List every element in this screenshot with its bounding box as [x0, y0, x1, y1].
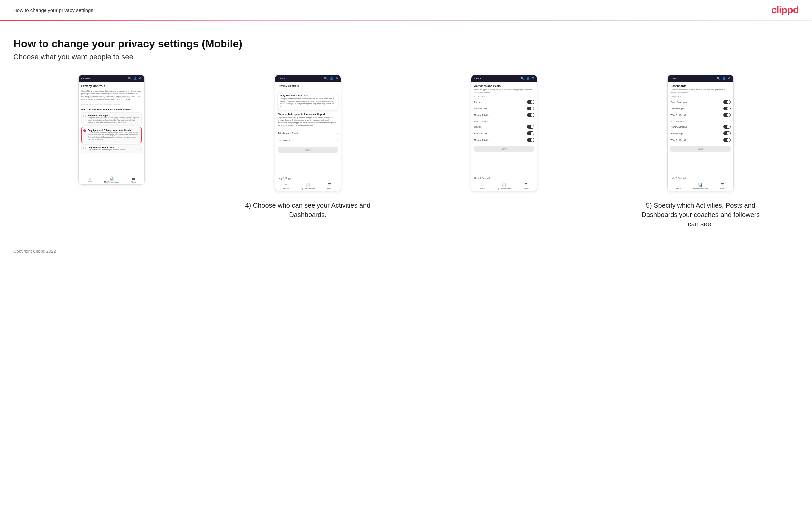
phone-4-bottomnav: ⌂ Home 📊 My Performance ☰ Menu — [667, 181, 733, 191]
phone-2-nav-performance[interactable]: 📊 My Performance — [297, 183, 319, 190]
chart-icon-4: 📊 — [698, 183, 703, 187]
toggle-coaches-practice: Practice Drills — [474, 105, 535, 112]
profile-icon-3[interactable]: 👤 — [526, 77, 530, 80]
phone-4-dash-title: Dashboards — [670, 84, 731, 88]
phone-1-nav-home[interactable]: ⌂ Home — [79, 176, 101, 183]
search-icon-2[interactable]: 🔍 — [324, 77, 328, 80]
settings-icon-3[interactable]: ⚙ — [532, 77, 535, 80]
who-can-see-title: Who Can See Your Activities and Dashboar… — [81, 109, 142, 111]
profile-icon[interactable]: 👤 — [134, 77, 137, 80]
phone-3-body: Activities and Posts Select the types of… — [471, 81, 537, 174]
home-icon-4: ⌂ — [677, 183, 680, 187]
list-dashboards[interactable]: Dashboards › — [277, 137, 338, 144]
toggle4-coaches-player: Player Dashboard — [670, 99, 731, 105]
toggle-coaches-rounds-switch[interactable] — [527, 100, 535, 104]
phone-2-nav-menu[interactable]: ☰ Menu — [319, 183, 341, 190]
show-hide-title: Show or hide specific features in Clippd — [277, 113, 338, 116]
phone-4-icons: 🔍 👤 ⚙ — [717, 77, 731, 80]
phone-2-topbar: ‹ Back 🔍 👤 ⚙ — [275, 75, 341, 81]
phone-3-nav-performance[interactable]: 📊 My Performance — [493, 183, 515, 190]
search-icon-4[interactable]: 🔍 — [717, 77, 720, 80]
phone-3-back[interactable]: ‹ Back — [474, 77, 481, 79]
toggle4-followers-player-switch[interactable] — [723, 125, 731, 129]
toggle-coaches-manual: Manual Activities — [474, 112, 535, 118]
screenshot-group-3: ‹ Back 🔍 👤 ⚙ Activities and Posts Select… — [406, 75, 602, 191]
phone-1-bottomnav: ⌂ Home 📊 My Performance ☰ Menu — [79, 174, 145, 184]
radio-approved[interactable]: Only Approved Followers and Your Coach O… — [81, 127, 142, 143]
caption-2: 4) Choose who can see your Activities an… — [245, 201, 371, 219]
home-icon-2: ⌂ — [285, 183, 287, 187]
settings-icon[interactable]: ⚙ — [139, 77, 142, 80]
phone-3-nav-menu[interactable]: ☰ Menu — [515, 183, 537, 190]
search-icon-3[interactable]: 🔍 — [520, 77, 524, 80]
search-icon[interactable]: 🔍 — [128, 77, 132, 80]
toggle-followers-practice: Practice Drills — [474, 130, 535, 137]
screenshot-group-2: ‹ Back 🔍 👤 ⚙ Privacy Controls Only You a… — [210, 75, 406, 219]
radio-everyone-text: Everyone on Clippd Everyone on Clippd ca… — [88, 114, 140, 124]
radio-only-you[interactable]: Only You and Your Coach Only you and the… — [81, 144, 142, 153]
logo: clippd — [771, 4, 799, 16]
phone-1-nav-menu[interactable]: ☰ Menu — [122, 176, 145, 183]
tooltip-title: Only You and Your Coach — [280, 94, 336, 97]
phone-4-nav-home[interactable]: ⌂ Home — [667, 183, 690, 190]
toggle-coaches-manual-switch[interactable] — [527, 113, 535, 117]
phone-2-nav-home[interactable]: ⌂ Home — [275, 183, 297, 190]
settings-icon-2[interactable]: ⚙ — [336, 77, 338, 80]
profile-icon-4[interactable]: 👤 — [722, 77, 726, 80]
radio-everyone[interactable]: Everyone on Clippd Everyone on Clippd ca… — [81, 112, 142, 126]
phone-3-save[interactable]: Save — [474, 146, 535, 152]
chart-icon-3: 📊 — [502, 183, 506, 187]
phone-1-desc: Control how you and your data appears to… — [81, 90, 142, 101]
phone-2-bottomnav: ⌂ Home 📊 My Performance ☰ Menu — [275, 181, 341, 191]
profile-icon-2[interactable]: 👤 — [330, 77, 334, 80]
toggle4-followers-round-switch[interactable] — [723, 131, 731, 135]
phone-2-back[interactable]: ‹ Back — [277, 77, 285, 79]
phone-3-nav-home[interactable]: ⌂ Home — [471, 183, 493, 190]
settings-icon-4[interactable]: ⚙ — [728, 77, 731, 80]
toggle4-coaches-work-switch[interactable] — [723, 113, 731, 117]
radio-approved-text: Only Approved Followers and Your Coach O… — [88, 129, 140, 141]
phone-4-dash-desc: Select the dashboards that you'd like to… — [670, 89, 731, 94]
toggle4-coaches-round: Round Insights — [670, 105, 731, 112]
phone-2-tooltip: Only You and Your Coach Only you and the… — [277, 92, 338, 110]
phone-1-title: Privacy Controls — [81, 84, 142, 88]
toggle4-followers-work-switch[interactable] — [723, 138, 731, 142]
top-bar-title: How to change your privacy settings — [13, 7, 93, 13]
toggle-followers-manual-switch[interactable] — [527, 138, 535, 142]
phone-3-topbar: ‹ Back 🔍 👤 ⚙ — [471, 75, 537, 81]
toggle-followers-rounds: Rounds — [474, 123, 535, 130]
phone-2-icons: 🔍 👤 ⚙ — [324, 77, 338, 80]
phone-3-bottomnav: ⌂ Home 📊 My Performance ☰ Menu — [471, 181, 537, 191]
page-subheading: Choose what you want people to see — [13, 53, 799, 61]
phone-1-nav-performance[interactable]: 📊 My Performance — [101, 176, 122, 183]
toggle4-coaches-work: What To Work On — [670, 112, 731, 118]
phone-1-topbar: ‹< Back 🔍 👤 ⚙ — [79, 75, 145, 81]
screenshot-group-1: ‹< Back 🔍 👤 ⚙ Privacy Controls Control h… — [13, 75, 210, 185]
phone-4-nav-performance[interactable]: 📊 My Performance — [690, 183, 711, 190]
toggle4-coaches-player-switch[interactable] — [723, 100, 731, 104]
list-activities[interactable]: Activities and Posts › — [277, 130, 338, 137]
phone-4-coaches-label: COACHES — [670, 96, 731, 98]
chart-icon: 📊 — [109, 176, 114, 180]
toggle-coaches-practice-switch[interactable] — [527, 107, 535, 111]
copyright: Copyright Clippd 2022 — [13, 242, 799, 257]
toggle4-followers-work: What To Work On — [670, 137, 731, 143]
phone-1-back[interactable]: ‹< Back — [81, 77, 91, 79]
home-icon: ⌂ — [88, 176, 91, 180]
screenshots-row: ‹< Back 🔍 👤 ⚙ Privacy Controls Control h… — [13, 75, 799, 229]
phone-4-nav-menu[interactable]: ☰ Menu — [711, 183, 733, 190]
phone-3-act-title: Activities and Posts — [474, 84, 535, 88]
phone-2-save[interactable]: Save — [277, 147, 338, 153]
phone-2-help: Help & Support — [275, 174, 341, 181]
page-heading: How to change your privacy settings (Mob… — [13, 38, 799, 50]
toggle-followers-practice-switch[interactable] — [527, 131, 535, 135]
phone-1-body: Privacy Controls Control how you and you… — [79, 81, 145, 174]
toggle-followers-rounds-switch[interactable] — [527, 125, 535, 129]
phone-4-back[interactable]: ‹ Back — [670, 77, 677, 79]
chevron-activities: › — [337, 132, 338, 135]
toggle-coaches-rounds: Rounds — [474, 99, 535, 105]
top-bar: How to change your privacy settings clip… — [0, 0, 812, 20]
toggle4-coaches-round-switch[interactable] — [723, 107, 731, 111]
phone-2-tab[interactable]: Privacy Controls — [277, 84, 299, 89]
phone-4-save[interactable]: Save — [670, 146, 731, 152]
